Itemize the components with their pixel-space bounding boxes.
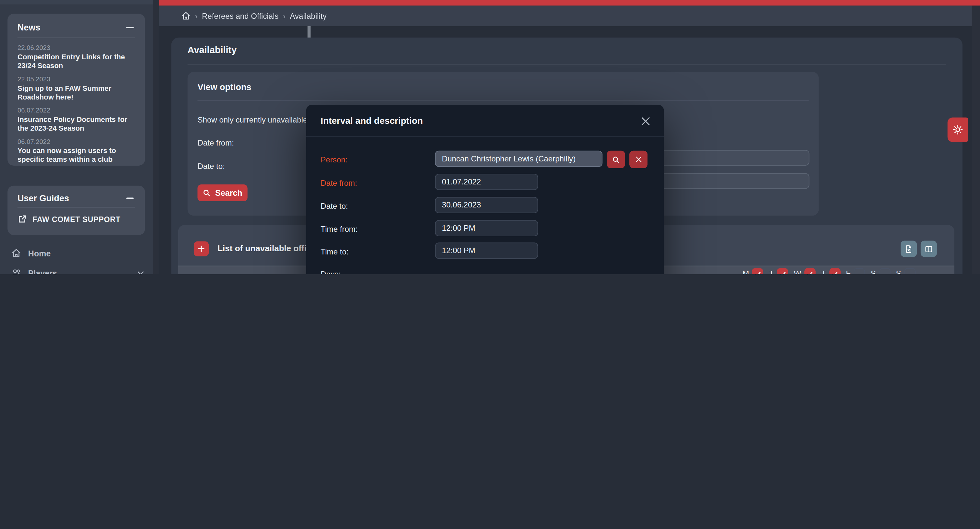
day-checkbox-checked[interactable]: [777, 268, 788, 274]
breadcrumb: › Referees and Officials › Availability: [181, 11, 327, 21]
modal-title: Interval and description: [320, 116, 423, 126]
date-from-input[interactable]: 01.07.2022: [435, 174, 538, 190]
column-header-id[interactable]: ID↑↓: [192, 274, 207, 274]
news-item[interactable]: 06.07.2022 Insurance Policy Documents fo…: [18, 106, 135, 132]
sidebar-item-home[interactable]: Home: [0, 243, 153, 263]
column-header-days[interactable]: Days: [679, 274, 697, 274]
home-icon[interactable]: [181, 11, 191, 21]
search-button-label: Search: [215, 188, 242, 198]
close-icon[interactable]: [640, 116, 651, 127]
app-window: News 22.06.2023 Competition Entry Links …: [0, 0, 980, 274]
sidebar-top-strip: [0, 0, 153, 4]
time-from-input[interactable]: 12:00 PM: [435, 220, 538, 236]
news-item[interactable]: 22.05.2023 Sign up to an FAW Summer Road…: [18, 75, 135, 101]
players-icon: [11, 268, 21, 274]
breadcrumb-link[interactable]: Referees and Officials: [202, 12, 279, 21]
day-checkbox-checked[interactable]: [804, 268, 816, 274]
divider: [306, 136, 664, 137]
page-title: Availability: [188, 45, 237, 55]
breadcrumb-current: Availability: [290, 12, 326, 21]
news-date: 22.05.2023: [18, 75, 135, 82]
day-checkbox-checked[interactable]: [752, 268, 764, 274]
day-letter: W: [794, 269, 801, 274]
export-excel-button[interactable]: [900, 241, 917, 257]
sidebar: News 22.06.2023 Competition Entry Links …: [0, 0, 153, 274]
news-title: Insurance Policy Documents for the 2023-…: [18, 115, 135, 132]
days-checkbox-row: M T W T F S S: [743, 268, 921, 274]
day-letter: F: [846, 269, 851, 274]
news-title: Competition Entry Links for the 23/24 Se…: [18, 53, 135, 70]
chevron-down-icon: [137, 269, 144, 274]
date-to-input[interactable]: 30.06.2023: [435, 197, 538, 213]
sidebar-item-label: Home: [28, 249, 51, 258]
news-title: You can now assign users to specific tea…: [18, 146, 135, 164]
news-title: Sign up to an FAW Summer Roadshow here!: [18, 84, 135, 101]
day-letter: S: [871, 269, 876, 274]
news-panel-title: News: [18, 22, 40, 32]
divider: [188, 64, 946, 65]
time-from-label: Time from:: [320, 225, 358, 234]
top-accent-bar: [159, 0, 980, 5]
divider: [197, 100, 808, 101]
sidebar-scrollbar[interactable]: [153, 0, 159, 274]
person-clear-button[interactable]: [629, 151, 648, 168]
time-to-input[interactable]: 12:00 PM: [435, 242, 538, 259]
date-from-label: Date from:: [320, 179, 357, 188]
external-link-icon: [18, 214, 27, 224]
view-options-title: View options: [197, 82, 251, 92]
sort-icon-partial: ↓: [668, 274, 673, 274]
person-search-button[interactable]: [607, 151, 625, 168]
day-letter: T: [769, 269, 774, 274]
person-label: Person:: [320, 156, 347, 164]
search-button[interactable]: Search: [197, 185, 247, 201]
day-checkbox-unchecked[interactable]: [854, 268, 865, 274]
add-interval-button[interactable]: [194, 241, 209, 256]
news-panel: News 22.06.2023 Competition Entry Links …: [8, 14, 145, 166]
column-header-official[interactable]: Official↑↓: [235, 274, 269, 274]
sidebar-item-players[interactable]: Players: [0, 263, 153, 274]
collapse-user-guides-icon[interactable]: [125, 193, 135, 203]
date-to-label: Date to:: [320, 202, 348, 211]
person-input[interactable]: Duncan Christopher Lewis (Caerphilly): [435, 151, 603, 167]
collapse-news-icon[interactable]: [125, 22, 135, 32]
day-checkbox-unchecked[interactable]: [904, 268, 915, 274]
show-only-unavailable-label: Show only currently unavailable:: [197, 116, 310, 124]
interval-description-modal: Interval and description Person: Duncan …: [306, 105, 664, 274]
day-letter: T: [821, 269, 826, 274]
day-letter: M: [743, 269, 749, 274]
support-link-label: FAW COMET SUPPORT: [32, 215, 121, 223]
news-date: 06.07.2022: [18, 106, 135, 114]
day-checkbox-checked[interactable]: [829, 268, 840, 274]
faw-comet-support-link[interactable]: FAW COMET SUPPORT: [8, 207, 145, 231]
main-scrollbar[interactable]: [972, 5, 980, 274]
news-date: 22.06.2023: [18, 44, 135, 51]
news-item[interactable]: 06.07.2022 You can now assign users to s…: [18, 137, 135, 164]
search-icon: [202, 189, 211, 197]
date-to-label: Date to:: [197, 162, 224, 170]
breadcrumb-separator: ›: [195, 12, 198, 21]
breadcrumb-bar: › Referees and Officials › Availability: [159, 5, 972, 26]
days-label: Days:: [320, 270, 340, 274]
breadcrumb-separator: ›: [283, 12, 285, 21]
user-guides-title: User Guides: [18, 193, 69, 203]
news-date: 06.07.2022: [18, 137, 135, 145]
column-settings-button[interactable]: [921, 241, 937, 257]
time-to-label: Time to:: [320, 248, 348, 257]
user-guides-panel: User Guides FAW COMET SUPPORT: [8, 186, 145, 235]
day-checkbox-unchecked[interactable]: [879, 268, 891, 274]
home-icon: [11, 248, 21, 258]
day-letter: S: [896, 269, 901, 274]
news-item[interactable]: 22.06.2023 Competition Entry Links for t…: [18, 44, 135, 70]
settings-button[interactable]: [948, 118, 968, 142]
date-from-label: Date from:: [197, 139, 234, 148]
sidebar-item-label: Players: [28, 268, 57, 274]
gear-icon: [952, 124, 964, 136]
